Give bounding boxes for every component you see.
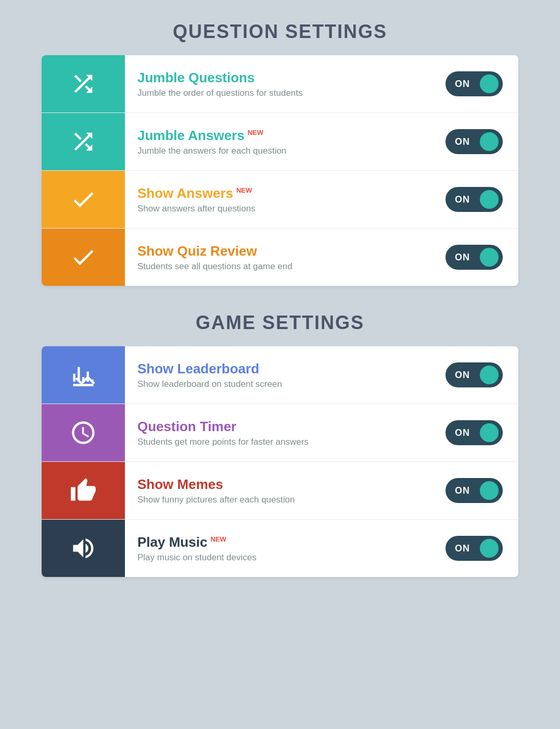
show-leaderboard-icon: [42, 346, 125, 404]
jumble-questions-content: Jumble Questions Jumble the order of que…: [125, 59, 430, 109]
show-answers-desc: Show answers after questions: [137, 204, 417, 214]
show-quiz-review-toggle[interactable]: ON: [446, 245, 503, 270]
jumble-answers-toggle-container: ON: [430, 129, 518, 154]
jumble-questions-desc: Jumble the order of questions for studen…: [137, 88, 417, 98]
jumble-questions-toggle-container: ON: [430, 71, 518, 96]
show-answers-toggle-label: ON: [450, 194, 470, 205]
jumble-questions-toggle-knob: [480, 74, 499, 93]
show-memes-content: Show Memes Show funny pictures after eac…: [125, 466, 430, 516]
show-leaderboard-toggle-label: ON: [450, 370, 470, 381]
jumble-questions-icon: [42, 55, 125, 112]
show-answers-toggle-container: ON: [430, 187, 518, 212]
play-music-toggle-label: ON: [450, 543, 470, 554]
question-timer-toggle-container: ON: [430, 420, 518, 445]
show-quiz-review-toggle-label: ON: [450, 252, 470, 263]
show-answers-row: Show AnswersNEW Show answers after quest…: [42, 171, 518, 229]
show-memes-toggle-knob: [480, 481, 499, 500]
jumble-questions-toggle[interactable]: ON: [446, 71, 503, 96]
jumble-answers-toggle-knob: [480, 132, 499, 151]
show-leaderboard-toggle[interactable]: ON: [446, 362, 503, 387]
jumble-questions-row: Jumble Questions Jumble the order of que…: [42, 55, 518, 113]
show-quiz-review-icon: [42, 229, 125, 286]
play-music-icon: [42, 520, 125, 577]
show-memes-toggle[interactable]: ON: [446, 478, 503, 503]
question-settings-group: Jumble Questions Jumble the order of que…: [42, 55, 518, 286]
jumble-answers-row: Jumble AnswersNEW Jumble the answers for…: [42, 113, 518, 171]
play-music-toggle-knob: [480, 539, 499, 558]
jumble-answers-content: Jumble AnswersNEW Jumble the answers for…: [125, 117, 430, 167]
show-leaderboard-row: Show Leaderboard Show leaderboard on stu…: [42, 346, 518, 404]
game-settings-title: GAME SETTINGS: [42, 312, 518, 334]
play-music-desc: Play music on student devices: [137, 552, 417, 563]
play-music-content: Play MusicNEW Play music on student devi…: [125, 524, 430, 573]
jumble-answers-desc: Jumble the answers for each question: [137, 146, 417, 156]
question-timer-toggle-knob: [480, 423, 499, 442]
show-memes-title: Show Memes: [137, 476, 417, 493]
question-timer-icon: [42, 404, 125, 461]
show-quiz-review-content: Show Quiz Review Students see all questi…: [125, 233, 430, 282]
show-leaderboard-title: Show Leaderboard: [137, 361, 417, 377]
jumble-answers-toggle[interactable]: ON: [446, 129, 503, 154]
show-answers-new-badge: NEW: [236, 186, 252, 194]
show-answers-icon: [42, 171, 125, 228]
question-timer-content: Question Timer Students get more points …: [125, 408, 430, 458]
jumble-questions-title: Jumble Questions: [137, 70, 417, 86]
show-memes-toggle-container: ON: [430, 478, 518, 503]
question-timer-toggle[interactable]: ON: [446, 420, 503, 445]
show-leaderboard-content: Show Leaderboard Show leaderboard on stu…: [125, 350, 430, 400]
play-music-toggle[interactable]: ON: [446, 536, 503, 561]
show-quiz-review-desc: Students see all questions at game end: [137, 261, 417, 272]
show-memes-toggle-label: ON: [450, 485, 470, 496]
show-answers-toggle-knob: [480, 190, 499, 209]
question-timer-desc: Students get more points for faster answ…: [137, 437, 417, 447]
play-music-row: Play MusicNEW Play music on student devi…: [42, 520, 518, 577]
show-answers-title: Show AnswersNEW: [137, 185, 417, 202]
show-memes-row: Show Memes Show funny pictures after eac…: [42, 462, 518, 520]
show-leaderboard-toggle-container: ON: [430, 362, 518, 387]
play-music-new-badge: NEW: [210, 535, 226, 543]
show-answers-content: Show AnswersNEW Show answers after quest…: [125, 175, 430, 224]
show-leaderboard-desc: Show leaderboard on student screen: [137, 379, 417, 389]
question-timer-toggle-label: ON: [450, 428, 470, 438]
show-quiz-review-title: Show Quiz Review: [137, 243, 417, 259]
jumble-answers-new-badge: NEW: [248, 129, 263, 136]
question-timer-title: Question Timer: [137, 419, 417, 435]
show-leaderboard-toggle-knob: [480, 366, 499, 384]
jumble-questions-toggle-label: ON: [450, 79, 470, 90]
show-quiz-review-toggle-knob: [480, 248, 499, 267]
question-timer-row: Question Timer Students get more points …: [42, 404, 518, 462]
show-memes-icon: [42, 462, 125, 519]
play-music-title: Play MusicNEW: [137, 534, 417, 550]
show-quiz-review-toggle-container: ON: [430, 245, 518, 270]
game-settings-group: Show Leaderboard Show leaderboard on stu…: [42, 346, 518, 577]
jumble-answers-toggle-label: ON: [450, 136, 470, 147]
show-answers-toggle[interactable]: ON: [446, 187, 503, 212]
jumble-answers-icon: [42, 113, 125, 170]
jumble-answers-title: Jumble AnswersNEW: [137, 128, 417, 144]
show-memes-desc: Show funny pictures after each question: [137, 495, 417, 505]
show-quiz-review-row: Show Quiz Review Students see all questi…: [42, 229, 518, 286]
question-settings-title: QUESTION SETTINGS: [42, 21, 518, 43]
play-music-toggle-container: ON: [430, 536, 518, 561]
